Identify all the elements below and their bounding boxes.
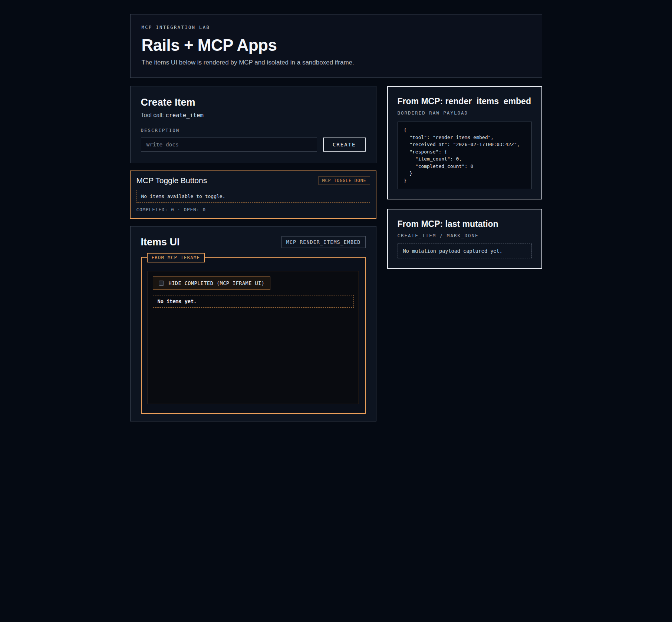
description-label: DESCRIPTION	[141, 128, 366, 133]
last-mutation-sublabel: CREATE_ITEM / MARK_DONE	[398, 233, 532, 238]
left-column: Create Item Tool call: create_item DESCR…	[130, 86, 376, 421]
mcp-payload-title: From MCP: render_items_embed	[398, 96, 532, 106]
toggle-status-line: COMPLETED: 0 · OPEN: 0	[136, 207, 370, 212]
items-empty-message: No items yet.	[153, 295, 354, 308]
hide-completed-checkbox[interactable]	[159, 281, 164, 286]
mcp-iframe-content: HIDE COMPLETED (MCP IFRAME UI) No items …	[148, 271, 359, 404]
toggle-empty-message: No items available to toggle.	[136, 190, 370, 203]
page-subtitle: The items UI below is rendered by MCP an…	[142, 59, 531, 66]
last-mutation-panel: From MCP: last mutation CREATE_ITEM / MA…	[387, 209, 542, 269]
toggle-panel-header: MCP Toggle Buttons MCP TOGGLE_DONE	[136, 176, 370, 185]
right-column: From MCP: render_items_embed BORDERED RA…	[387, 86, 542, 269]
header-eyebrow: MCP INTEGRATION LAB	[142, 25, 531, 30]
tool-call-line: Tool call: create_item	[141, 112, 366, 119]
page-title: Rails + MCP Apps	[142, 36, 531, 54]
mutation-empty-message: No mutation payload captured yet.	[398, 244, 532, 258]
mcp-payload-sublabel: BORDERED RAW PAYLOAD	[398, 110, 532, 116]
description-input[interactable]	[141, 138, 317, 152]
toggle-panel-title: MCP Toggle Buttons	[136, 176, 207, 185]
items-ui-title: Items UI	[141, 236, 180, 248]
page-container: MCP INTEGRATION LAB Rails + MCP Apps The…	[130, 0, 542, 421]
items-ui-panel: Items UI MCP RENDER_ITEMS_EMBED FROM MCP…	[130, 226, 376, 421]
create-item-title: Create Item	[141, 97, 366, 108]
tool-call-label: Tool call:	[141, 112, 164, 118]
header-panel: MCP INTEGRATION LAB Rails + MCP Apps The…	[130, 14, 542, 78]
tool-call-value: create_item	[165, 112, 204, 119]
mcp-payload-panel: From MCP: render_items_embed BORDERED RA…	[387, 86, 542, 199]
mcp-iframe-label: FROM MCP IFRAME	[147, 253, 205, 262]
hide-completed-toggle[interactable]: HIDE COMPLETED (MCP IFRAME UI)	[153, 277, 271, 290]
mcp-toggle-buttons-panel: MCP Toggle Buttons MCP TOGGLE_DONE No it…	[130, 171, 376, 219]
mcp-iframe-container: FROM MCP IFRAME HIDE COMPLETED (MCP IFRA…	[141, 257, 366, 414]
hide-completed-label: HIDE COMPLETED (MCP IFRAME UI)	[169, 280, 265, 286]
create-input-row: CREATE	[141, 138, 366, 152]
main-grid: Create Item Tool call: create_item DESCR…	[130, 86, 542, 421]
last-mutation-title: From MCP: last mutation	[398, 219, 532, 229]
create-button[interactable]: CREATE	[323, 138, 366, 152]
mcp-payload-json: { "tool": "render_items_embed", "receive…	[398, 122, 532, 189]
mcp-render-items-embed-badge: MCP RENDER_ITEMS_EMBED	[281, 236, 366, 248]
items-panel-header: Items UI MCP RENDER_ITEMS_EMBED	[141, 236, 366, 248]
mcp-toggle-done-badge: MCP TOGGLE_DONE	[319, 176, 370, 185]
create-item-panel: Create Item Tool call: create_item DESCR…	[130, 86, 376, 163]
